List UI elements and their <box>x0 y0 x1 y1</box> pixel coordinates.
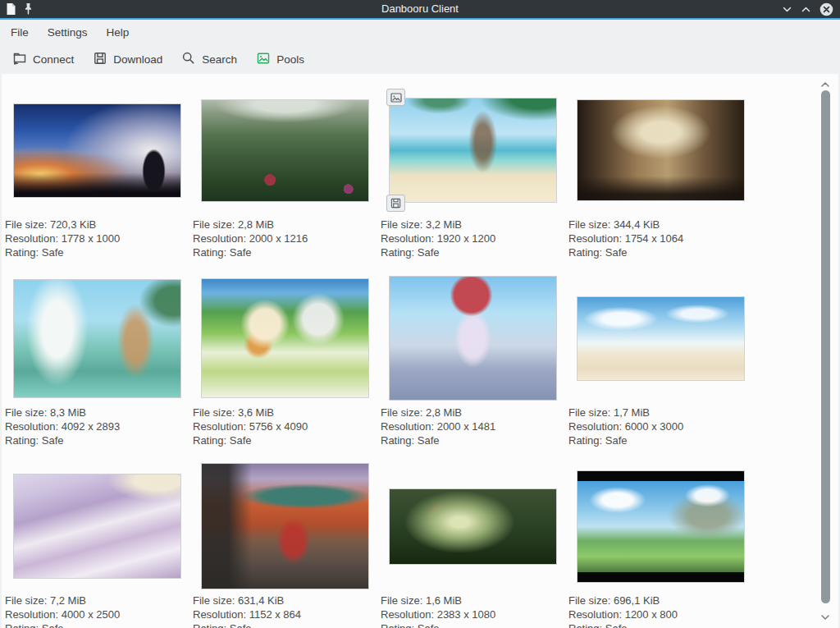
post-resolution: Resolution: 5756 x 4090 <box>193 419 379 433</box>
download-button[interactable]: Download <box>93 51 162 68</box>
post-item[interactable]: File size: 3,6 MiBResolution: 5756 x 409… <box>191 273 379 461</box>
post-item[interactable]: File size: 720,3 KiBResolution: 1778 x 1… <box>3 85 191 273</box>
network-connect-icon <box>12 51 27 68</box>
post-rating: Rating: Safe <box>5 621 191 628</box>
thumbnail-box <box>567 85 755 216</box>
post-meta: File size: 631,4 KiBResolution: 1152 x 8… <box>191 592 379 628</box>
content-area: File size: 720,3 KiBResolution: 1778 x 1… <box>0 74 840 628</box>
app-document-icon <box>6 2 16 16</box>
post-meta: File size: 3,2 MiBResolution: 1920 x 120… <box>379 216 567 260</box>
shade-button[interactable] <box>782 4 792 15</box>
post-file-size: File size: 3,2 MiB <box>381 218 567 231</box>
thumbnail-box <box>3 273 191 404</box>
post-meta: File size: 3,6 MiBResolution: 5756 x 409… <box>191 404 379 448</box>
app-window: Danbooru Client File <box>0 0 840 628</box>
post-resolution: Resolution: 1152 x 864 <box>193 607 379 621</box>
post-item[interactable]: File size: 1,6 MiBResolution: 2383 x 108… <box>379 461 567 628</box>
post-thumbnail[interactable] <box>577 99 745 201</box>
post-file-size: File size: 8,3 MiB <box>5 406 191 419</box>
post-thumbnail[interactable] <box>389 488 557 565</box>
pin-icon[interactable] <box>24 2 33 16</box>
menu-file[interactable]: File <box>10 24 30 41</box>
scrollbar-thumb[interactable] <box>821 90 830 603</box>
pools-image-icon <box>256 51 271 68</box>
post-item[interactable]: File size: 3,2 MiBResolution: 1920 x 120… <box>379 85 567 273</box>
post-item[interactable]: File size: 8,3 MiBResolution: 4092 x 289… <box>3 273 191 461</box>
post-resolution: Resolution: 2000 x 1481 <box>381 419 567 433</box>
post-file-size: File size: 631,4 KiB <box>193 594 379 607</box>
menu-help[interactable]: Help <box>106 24 130 41</box>
thumbnail-box <box>567 273 755 404</box>
thumbnail-box <box>3 461 191 592</box>
post-file-size: File size: 1,6 MiB <box>381 594 567 607</box>
thumbnail-box <box>379 461 567 592</box>
post-rating: Rating: Safe <box>193 245 379 259</box>
post-thumbnail[interactable] <box>201 278 369 398</box>
download-label: Download <box>113 53 162 66</box>
post-item[interactable]: File size: 344,4 KiBResolution: 1754 x 1… <box>567 85 755 273</box>
save-overlay-icon[interactable] <box>386 195 405 212</box>
post-resolution: Resolution: 2383 x 1080 <box>381 607 567 621</box>
post-item[interactable]: File size: 2,8 MiBResolution: 2000 x 121… <box>191 85 379 273</box>
thumbnail-box <box>379 273 567 404</box>
post-resolution: Resolution: 1920 x 1200 <box>381 231 567 245</box>
post-rating: Rating: Safe <box>381 433 567 447</box>
post-thumbnail[interactable] <box>577 470 745 583</box>
post-file-size: File size: 344,4 KiB <box>568 218 755 231</box>
search-label: Search <box>202 53 237 66</box>
post-item[interactable]: File size: 2,8 MiBResolution: 2000 x 148… <box>379 273 567 461</box>
maximize-button[interactable] <box>801 4 811 15</box>
post-resolution: Resolution: 1754 x 1064 <box>568 231 755 245</box>
post-meta: File size: 7,2 MiBResolution: 4000 x 250… <box>3 592 191 628</box>
thumbnail-box <box>191 461 379 592</box>
post-thumbnail[interactable] <box>13 279 181 398</box>
post-item[interactable]: File size: 631,4 KiBResolution: 1152 x 8… <box>191 461 379 628</box>
preview-image-icon[interactable] <box>386 89 405 106</box>
connect-label: Connect <box>33 53 74 66</box>
post-thumbnail[interactable] <box>13 103 181 198</box>
post-thumbnail[interactable] <box>389 276 557 401</box>
post-item[interactable]: File size: 1,7 MiBResolution: 6000 x 300… <box>567 273 755 461</box>
post-meta: File size: 696,1 KiBResolution: 1200 x 8… <box>567 592 755 628</box>
post-resolution: Resolution: 6000 x 3000 <box>568 419 755 433</box>
mouse-cursor <box>380 74 395 76</box>
post-file-size: File size: 2,8 MiB <box>381 406 567 419</box>
post-rating: Rating: Safe <box>381 245 567 259</box>
post-meta: File size: 1,6 MiBResolution: 2383 x 108… <box>379 592 567 628</box>
thumbnail-box <box>379 85 567 216</box>
menubar: File Settings Help <box>0 20 840 44</box>
pools-label: Pools <box>276 53 304 66</box>
post-item[interactable]: File size: 7,2 MiBResolution: 4000 x 250… <box>3 461 191 628</box>
post-thumbnail[interactable] <box>201 463 369 589</box>
search-button[interactable]: Search <box>181 51 237 68</box>
post-item[interactable]: File size: 696,1 KiBResolution: 1200 x 8… <box>567 461 755 628</box>
post-meta: File size: 344,4 KiBResolution: 1754 x 1… <box>567 216 755 260</box>
menu-settings[interactable]: Settings <box>47 24 89 41</box>
post-rating: Rating: Safe <box>568 245 755 259</box>
close-button[interactable] <box>819 2 833 16</box>
thumbnail-box <box>191 85 379 216</box>
thumbnail-box <box>191 273 379 404</box>
post-grid: File size: 720,3 KiBResolution: 1778 x 1… <box>2 74 838 628</box>
vertical-scrollbar[interactable] <box>819 74 831 628</box>
post-resolution: Resolution: 1200 x 800 <box>568 607 755 621</box>
post-file-size: File size: 1,7 MiB <box>568 406 755 419</box>
pools-button[interactable]: Pools <box>256 51 304 68</box>
post-file-size: File size: 7,2 MiB <box>5 594 191 607</box>
post-file-size: File size: 3,6 MiB <box>193 406 379 419</box>
post-rating: Rating: Safe <box>381 621 567 628</box>
titlebar[interactable]: Danbooru Client <box>0 0 840 20</box>
post-rating: Rating: Safe <box>568 621 755 628</box>
post-thumbnail[interactable] <box>13 474 181 579</box>
post-meta: File size: 2,8 MiBResolution: 2000 x 121… <box>191 216 379 260</box>
connect-button[interactable]: Connect <box>12 51 74 68</box>
post-file-size: File size: 696,1 KiB <box>568 594 755 607</box>
post-thumbnail[interactable] <box>389 98 557 203</box>
post-rating: Rating: Safe <box>5 245 191 259</box>
post-rating: Rating: Safe <box>5 433 191 447</box>
post-meta: File size: 720,3 KiBResolution: 1778 x 1… <box>3 216 191 260</box>
scroll-down-icon[interactable] <box>820 610 830 625</box>
post-resolution: Resolution: 1778 x 1000 <box>5 231 191 245</box>
post-thumbnail[interactable] <box>201 99 369 202</box>
post-thumbnail[interactable] <box>577 296 745 381</box>
